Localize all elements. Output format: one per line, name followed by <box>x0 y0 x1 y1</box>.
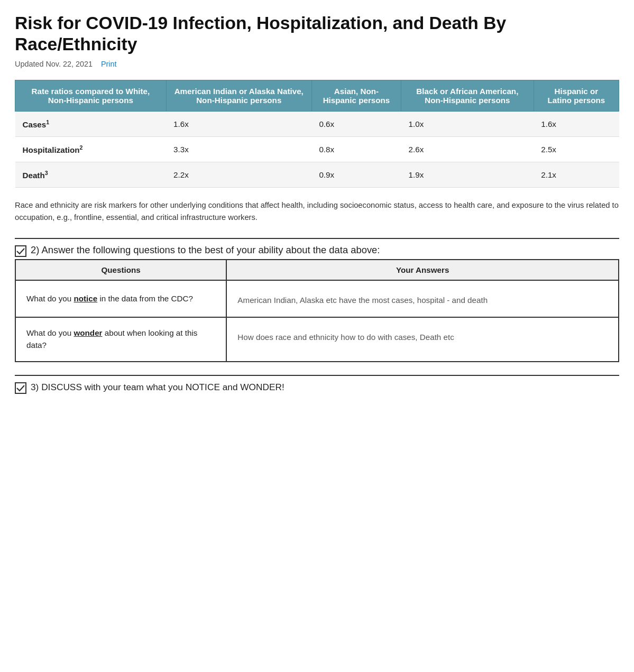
col-header-0: Rate ratios compared to White, Non-Hispa… <box>15 80 167 111</box>
row-col3: 1.0x <box>401 111 534 136</box>
question-cell: What do you notice in the data from the … <box>15 280 226 317</box>
section3-header-text: 3) DISCUSS with your team what you NOTIC… <box>31 382 284 393</box>
row-col4: 1.6x <box>534 111 619 136</box>
section3-footer: 3) DISCUSS with your team what you NOTIC… <box>15 375 619 394</box>
row-col1: 2.2x <box>166 162 311 187</box>
row-label: Death3 <box>15 162 167 187</box>
qa-table: Questions Your Answers What do you notic… <box>15 259 619 362</box>
col-header-3: Black or African American, Non-Hispanic … <box>401 80 534 111</box>
answer-cell: How does race and ethnicity how to do wi… <box>226 317 619 362</box>
cdc-data-table: Rate ratios compared to White, Non-Hispa… <box>15 80 619 188</box>
row-col2: 0.6x <box>311 111 401 136</box>
print-link[interactable]: Print <box>101 60 117 68</box>
col-header-2: Asian, Non-Hispanic persons <box>311 80 401 111</box>
updated-date: Updated Nov. 22, 2021 <box>15 60 93 68</box>
checkbox-icon <box>15 245 26 257</box>
row-col1: 1.6x <box>166 111 311 136</box>
table-row: Hospitalization23.3x0.8x2.6x2.5x <box>15 136 619 162</box>
row-col3: 1.9x <box>401 162 534 187</box>
qa-col-questions: Questions <box>15 260 226 280</box>
col-header-4: Hispanic or Latino persons <box>534 80 619 111</box>
qa-row: What do you notice in the data from the … <box>15 280 619 317</box>
checkbox-icon-3 <box>15 382 26 394</box>
row-col4: 2.1x <box>534 162 619 187</box>
row-col1: 3.3x <box>166 136 311 162</box>
disclaimer-text: Race and ethnicity are risk markers for … <box>15 199 619 224</box>
question-cell: What do you wonder about when looking at… <box>15 317 226 362</box>
row-col2: 0.8x <box>311 136 401 162</box>
row-label: Hospitalization2 <box>15 136 167 162</box>
table-row: Death32.2x0.9x1.9x2.1x <box>15 162 619 187</box>
qa-row: What do you wonder about when looking at… <box>15 317 619 362</box>
section2-header: 2) Answer the following questions to the… <box>15 238 619 257</box>
row-col3: 2.6x <box>401 136 534 162</box>
col-header-1: American Indian or Alaska Native, Non-Hi… <box>166 80 311 111</box>
table-row: Cases11.6x0.6x1.0x1.6x <box>15 111 619 136</box>
row-label: Cases1 <box>15 111 167 136</box>
row-col2: 0.9x <box>311 162 401 187</box>
qa-col-answers: Your Answers <box>226 260 619 280</box>
section2-header-text: 2) Answer the following questions to the… <box>31 244 380 256</box>
page-title: Risk for COVID-19 Infection, Hospitaliza… <box>15 13 619 56</box>
meta-row: Updated Nov. 22, 2021 Print <box>15 60 619 68</box>
svg-rect-0 <box>15 246 26 256</box>
svg-rect-1 <box>15 383 26 393</box>
row-col4: 2.5x <box>534 136 619 162</box>
answer-cell: American Indian, Alaska etc have the mos… <box>226 280 619 317</box>
